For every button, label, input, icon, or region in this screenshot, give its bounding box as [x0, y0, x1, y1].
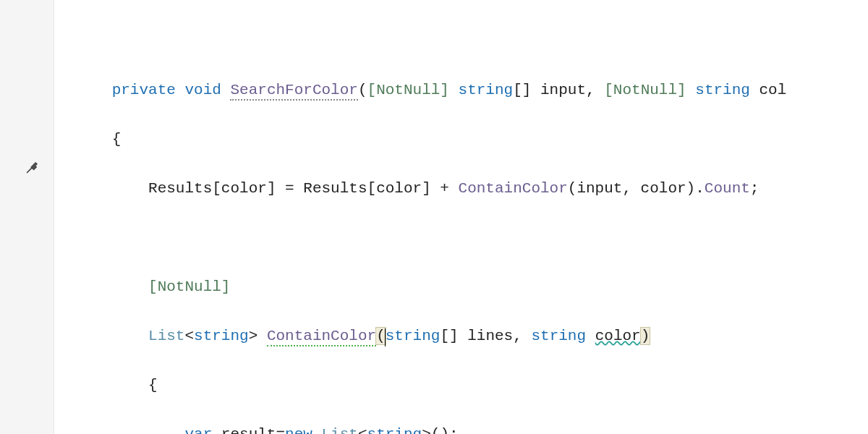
quick-fix-hammer-icon[interactable]: [25, 158, 40, 183]
code-line: [57, 226, 868, 250]
method-name: SearchForColor: [230, 82, 357, 101]
code-line: private void SearchForColor([NotNull] st…: [57, 78, 868, 103]
code-line: {: [57, 373, 868, 398]
local-function-name: ContainColor: [267, 328, 376, 346]
code-line: {: [57, 127, 868, 152]
editor-gutter: [0, 0, 54, 434]
text-caret: [385, 328, 386, 346]
keyword-void: void: [184, 82, 221, 98]
code-line: Results[color] = Results[color] + Contai…: [57, 176, 868, 201]
attribute-notnull: [NotNull]: [604, 82, 686, 98]
code-line: var result=new List<string>();: [57, 422, 868, 434]
code-line: [NotNull]: [57, 275, 868, 299]
code-editor[interactable]: private void SearchForColor([NotNull] st…: [54, 0, 868, 434]
keyword-private: private: [112, 82, 176, 98]
attribute-notnull: [NotNull]: [367, 82, 449, 98]
parameter-warning: color: [595, 328, 641, 344]
attribute-notnull: [NotNull]: [148, 278, 230, 295]
matched-paren-close: ): [641, 328, 650, 344]
code-line: List<string> ContainColor(string[] lines…: [57, 324, 868, 349]
code-content: private void SearchForColor([NotNull] st…: [57, 25, 868, 434]
